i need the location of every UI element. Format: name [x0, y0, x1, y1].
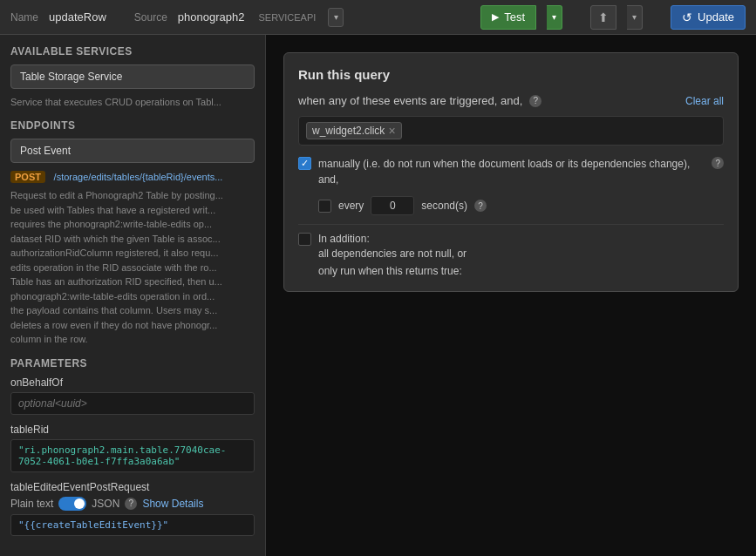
source-dropdown[interactable]: ▾ [328, 8, 344, 27]
manually-label: manually (i.e. do not run when the docum… [318, 156, 701, 187]
event-tags-container: w_widget2.click × [298, 116, 724, 146]
divider [298, 224, 724, 225]
in-addition-checkbox[interactable] [298, 233, 311, 246]
upload-dropdown-button[interactable]: ▾ [627, 5, 643, 30]
trigger-row: when any of these events are triggered, … [298, 94, 724, 107]
option-true: only run when this returns true: [318, 265, 724, 277]
post-event-button[interactable]: Post Event [10, 139, 255, 163]
source-badge: SERVICEAPI [258, 12, 316, 23]
endpoint-description: Request to edit a Phonograph2 Table by p… [10, 188, 255, 347]
source-value: phonograph2 [178, 10, 245, 24]
update-icon: ↺ [682, 10, 692, 24]
seconds-label: second(s) [421, 198, 467, 214]
table-storage-service-button[interactable]: Table Storage Service [10, 64, 255, 89]
query-panel: Run this query when any of these events … [283, 52, 739, 292]
seconds-help-icon[interactable]: ? [474, 200, 487, 212]
table-rid-label: tableRid [10, 424, 255, 436]
main-layout: Available Services Table Storage Service… [0, 35, 756, 556]
on-behalf-of-input[interactable] [10, 392, 255, 415]
in-addition-label: In addition: [318, 232, 370, 245]
post-badge: POST [10, 171, 45, 183]
header-bar: Name updateRow Source phonograph2 SERVIC… [0, 0, 756, 35]
show-details-link[interactable]: Show Details [142, 498, 203, 510]
test-dropdown-button[interactable]: ▾ [547, 5, 562, 30]
addition-options: all dependencies are not null, or only r… [298, 247, 724, 277]
in-addition-section: In addition: all dependencies are not nu… [298, 232, 724, 277]
service-description: Service that executes CRUD operations on… [10, 96, 255, 109]
every-checkbox[interactable] [318, 200, 331, 213]
table-rid-value[interactable]: "ri.phonograph2.main.table.77040cae-7052… [10, 439, 255, 472]
json-label: JSON [92, 498, 119, 510]
name-value: updateRow [49, 10, 106, 24]
on-behalf-of-label: onBehalfOf [10, 376, 255, 389]
param-json-row: Plain text JSON ? Show Details [10, 497, 255, 511]
json-help-icon[interactable]: ? [125, 498, 137, 510]
update-button[interactable]: ↺ Update [671, 5, 746, 30]
event-tag-close[interactable]: × [388, 125, 395, 137]
table-edited-label: tableEditedEventPostRequest [10, 481, 255, 493]
endpoint-path-row: POST /storage/edits/tables/{tableRid}/ev… [10, 170, 255, 183]
name-label: Name [10, 11, 38, 24]
params-title: Parameters [10, 357, 255, 370]
every-seconds-input[interactable] [371, 196, 414, 215]
table-edited-value[interactable]: "{{createTableEditEvent}}" [10, 514, 255, 536]
manually-checkbox-row: ✓ manually (i.e. do not run when the doc… [298, 156, 724, 187]
option-null: all dependencies are not null, or [318, 247, 724, 260]
event-tag-label: w_widget2.click [312, 125, 385, 137]
available-services-title: Available Services [10, 45, 255, 58]
endpoints-section: Endpoints Post Event POST /storage/edits… [10, 119, 255, 347]
source-label: Source [134, 11, 167, 24]
event-tag: w_widget2.click × [306, 122, 402, 139]
plain-text-toggle[interactable] [58, 497, 86, 511]
right-panel: Run this query when any of these events … [266, 35, 756, 556]
in-addition-row: In addition: [298, 232, 724, 246]
plain-text-label: Plain text [10, 498, 53, 510]
endpoint-path: /storage/edits/tables/{tableRid}/events.… [54, 172, 223, 182]
upload-button[interactable]: ⬆ [590, 5, 616, 30]
params-section: Parameters onBehalfOf tableRid "ri.phono… [10, 357, 255, 536]
every-row: every second(s) ? [298, 196, 724, 215]
every-label: every [338, 198, 364, 214]
test-button[interactable]: ▶ Test [480, 5, 536, 30]
trigger-label: when any of these events are triggered, … [298, 94, 522, 107]
manually-help-icon[interactable]: ? [712, 157, 724, 169]
left-panel: Available Services Table Storage Service… [0, 35, 266, 556]
endpoints-title: Endpoints [10, 119, 255, 132]
query-panel-title: Run this query [298, 67, 724, 82]
manually-checkbox[interactable]: ✓ [298, 157, 311, 170]
trigger-help-icon[interactable]: ? [529, 95, 541, 107]
clear-all-link[interactable]: Clear all [685, 95, 724, 107]
